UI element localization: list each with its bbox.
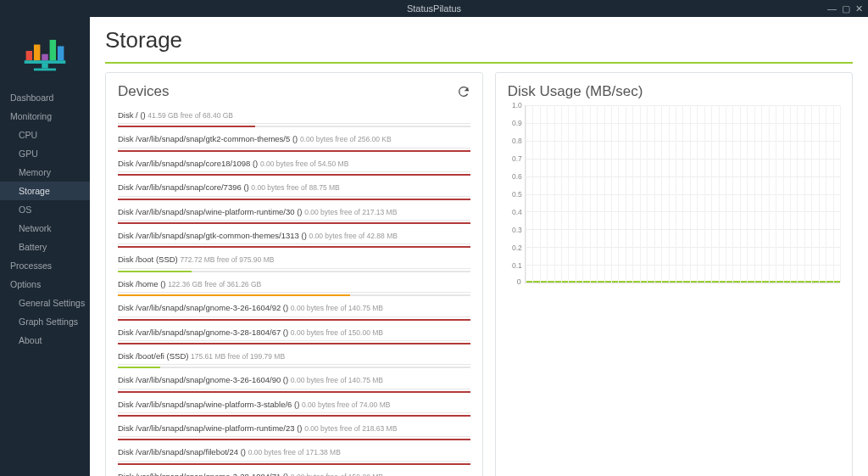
sidebar-item-dashboard[interactable]: Dashboard [0, 88, 90, 107]
device-name: Disk /var/lib/snapd/snap/core/7396 () [118, 182, 251, 192]
sidebar-item-gpu[interactable]: GPU [0, 144, 90, 163]
device-name: Disk /home () [118, 279, 168, 288]
device-row: Disk /var/lib/snapd/snap/wine-platform-3… [118, 395, 470, 418]
chart-y-tick: 0.8 [512, 137, 522, 145]
device-row: Disk /var/lib/snapd/snap/filebot/24 () 0… [118, 442, 470, 466]
chart-y-tick: 0.3 [512, 226, 522, 234]
page-title: Storage [105, 27, 853, 53]
chart-y-tick: 0.9 [512, 119, 522, 127]
device-row: Disk / () 41.59 GB free of 68.40 GB [118, 105, 470, 129]
device-row: Disk /boot (SSD) 772.72 MB free of 975.9… [118, 249, 470, 273]
sidebar-item-battery[interactable]: Battery [0, 238, 90, 256]
device-usage-bar [118, 150, 470, 152]
device-info: 0.00 bytes free of 140.75 MB [291, 376, 383, 384]
device-usage-bar [118, 391, 470, 393]
device-row: Disk /var/lib/snapd/snap/core/7396 () 0.… [118, 177, 470, 201]
device-info: 0.00 bytes free of 140.75 MB [291, 304, 383, 312]
device-info: 0.00 bytes free of 171.38 MB [248, 448, 341, 456]
maximize-icon[interactable]: ▢ [842, 3, 850, 14]
device-info: 175.61 MB free of 199.79 MB [191, 352, 285, 361]
device-info: 0.00 bytes free of 54.50 MB [260, 160, 348, 168]
device-name: Disk /var/lib/snapd/snap/core18/1098 () [118, 159, 260, 168]
device-usage-bar [118, 367, 470, 368]
svg-rect-2 [42, 54, 47, 60]
svg-rect-7 [34, 69, 56, 71]
device-row: Disk /var/lib/snapd/snap/gnome-3-26-1604… [118, 370, 470, 394]
sidebar-item-options[interactable]: Options [0, 275, 90, 294]
device-name: Disk /var/lib/snapd/snap/gnome-3-26-1604… [118, 375, 291, 384]
device-row: Disk /home () 122.36 GB free of 361.26 G… [118, 274, 470, 298]
device-usage-bar [118, 463, 470, 465]
sidebar-item-about[interactable]: About [0, 331, 90, 350]
device-list: Disk / () 41.59 GB free of 68.40 GBDisk … [118, 105, 470, 476]
chart-y-tick: 0.6 [512, 172, 522, 181]
device-row: Disk /var/lib/snapd/snap/gnome-3-28-1804… [118, 322, 470, 346]
device-name: Disk / () [118, 110, 147, 120]
sidebar-item-monitoring[interactable]: Monitoring [0, 107, 90, 126]
device-info: 0.00 bytes free of 74.00 MB [302, 400, 390, 409]
device-name: Disk /var/lib/snapd/snap/gtk2-common-the… [118, 134, 300, 143]
sidebar-item-processes[interactable]: Processes [0, 256, 90, 275]
chart-y-tick: 1.0 [512, 101, 522, 109]
device-name: Disk /boot/efi (SSD) [118, 351, 191, 361]
svg-rect-4 [58, 46, 64, 60]
chart-y-tick: 0.1 [512, 261, 522, 270]
refresh-icon[interactable] [457, 85, 470, 98]
content: Storage Devices Disk / () 41.59 GB free … [90, 17, 868, 476]
device-usage-bar [118, 343, 470, 344]
sidebar-item-network[interactable]: Network [0, 219, 90, 238]
device-usage-bar [118, 294, 470, 296]
device-info: 0.00 bytes free of 150.00 MB [291, 328, 383, 337]
device-usage-bar [118, 319, 470, 321]
sidebar-item-memory[interactable]: Memory [0, 163, 90, 182]
device-name: Disk /var/lib/snapd/snap/wine-platform-3… [118, 400, 302, 409]
chart-y-tick: 0.7 [512, 154, 522, 163]
device-name: Disk /var/lib/snapd/snap/wine-platform-r… [118, 207, 304, 216]
device-info: 0.00 bytes free of 42.88 MB [309, 232, 397, 240]
device-name: Disk /var/lib/snapd/snap/gnome-3-28-1804… [118, 328, 291, 337]
device-row: Disk /var/lib/snapd/snap/gnome-3-26-1604… [118, 298, 470, 322]
device-usage-bar [118, 126, 470, 127]
titlebar: StatusPilatus — ▢ ✕ [0, 0, 868, 17]
devices-card: Devices Disk / () 41.59 GB free of 68.40… [105, 72, 483, 476]
device-row: Disk /var/lib/snapd/snap/gtk2-common-the… [118, 129, 470, 153]
window-controls: — ▢ ✕ [827, 3, 863, 14]
chart-zero-label: 0 [517, 277, 521, 286]
svg-rect-3 [50, 40, 56, 60]
sidebar-item-storage[interactable]: Storage [0, 182, 90, 200]
device-row: Disk /var/lib/snapd/snap/wine-platform-r… [118, 202, 470, 226]
device-info: 0.00 bytes free of 218.63 MB [304, 424, 397, 433]
device-row: Disk /var/lib/snapd/snap/gtk-common-them… [118, 226, 470, 249]
window-title: StatusPilatus [407, 3, 461, 14]
devices-title: Devices [118, 83, 169, 100]
device-row: Disk /var/lib/snapd/snap/core18/1098 () … [118, 154, 470, 177]
device-info: 0.00 bytes free of 88.75 MB [251, 183, 339, 192]
device-usage-bar [118, 271, 470, 272]
sidebar-item-os[interactable]: OS [0, 200, 90, 219]
svg-rect-1 [34, 45, 40, 61]
chart-title: Disk Usage (MB/sec) [508, 83, 643, 100]
device-usage-bar [118, 439, 470, 440]
nav: DashboardMonitoringCPUGPUMemoryStorageOS… [0, 85, 90, 350]
sidebar-item-general-settings[interactable]: General Settings [0, 294, 90, 312]
device-name: Disk /var/lib/snapd/snap/gnome-3-28-1804… [118, 472, 291, 476]
sidebar-item-cpu[interactable]: CPU [0, 126, 90, 144]
device-info: 41.59 GB free of 68.40 GB [147, 111, 233, 120]
close-icon[interactable]: ✕ [855, 3, 863, 14]
sidebar-item-graph-settings[interactable]: Graph Settings [0, 312, 90, 331]
device-usage-bar [118, 246, 470, 248]
device-row: Disk /var/lib/snapd/snap/gnome-3-28-1804… [118, 467, 470, 476]
minimize-icon[interactable]: — [827, 3, 837, 14]
sidebar: DashboardMonitoringCPUGPUMemoryStorageOS… [0, 17, 90, 476]
device-info: 0.00 bytes free of 150.00 MB [291, 473, 383, 476]
chart-y-tick: 0.5 [512, 190, 522, 199]
svg-rect-0 [26, 51, 32, 60]
device-info: 0.00 bytes free of 217.13 MB [304, 208, 397, 216]
device-name: Disk /var/lib/snapd/snap/filebot/24 () [118, 447, 248, 456]
page-underline [105, 62, 853, 64]
device-info: 0.00 bytes free of 256.00 KB [300, 135, 392, 143]
chart-card: Disk Usage (MB/sec) 0.10.20.30.40.50.60.… [495, 72, 853, 476]
device-name: Disk /var/lib/snapd/snap/wine-platform-r… [118, 423, 304, 433]
device-usage-bar [118, 415, 470, 417]
device-row: Disk /var/lib/snapd/snap/wine-platform-r… [118, 418, 470, 442]
